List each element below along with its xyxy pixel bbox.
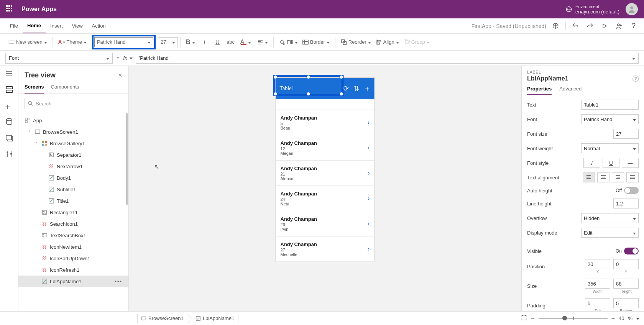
tab-screens[interactable]: Screens <box>25 84 44 94</box>
align-justify-button[interactable] <box>626 172 639 182</box>
group-button[interactable]: Group <box>404 39 430 45</box>
list-item[interactable]: Andy Champan26Irvin› <box>276 211 375 236</box>
list-item[interactable]: Andy Champan12Megan› <box>276 135 375 161</box>
list-item[interactable]: Andy Champan21Alonso› <box>276 161 375 186</box>
underline-button[interactable]: U <box>214 39 221 46</box>
zoom-out-icon[interactable]: − <box>531 315 534 322</box>
bold-button[interactable]: B <box>186 39 195 46</box>
list-item[interactable]: Andy Champan5Beau› <box>276 110 375 135</box>
sort-icon[interactable]: ⇅ <box>353 84 359 93</box>
chevron-right-icon[interactable]: › <box>368 144 370 152</box>
tree-item[interactable]: IconSortUpDown1 <box>18 253 128 264</box>
tab-properties[interactable]: Properties <box>527 86 552 95</box>
prop-overflow-input[interactable]: Hidden <box>581 213 639 223</box>
theme-button[interactable]: Aa Theme <box>58 39 87 45</box>
zoom-dropdown[interactable] <box>636 315 639 321</box>
chevron-right-icon[interactable]: › <box>368 220 370 228</box>
share-icon[interactable] <box>614 21 624 31</box>
align-right-button[interactable] <box>612 172 624 182</box>
italic-button[interactable]: I <box>201 39 208 46</box>
menu-action[interactable]: Action <box>87 18 110 33</box>
app-checker-icon[interactable] <box>551 21 561 31</box>
list-item[interactable]: Andy Champan27Mechelle› <box>276 236 375 262</box>
tree-item[interactable]: Rectangle11 <box>18 207 128 218</box>
prop-lineheight-input[interactable]: 1.2 <box>613 199 639 208</box>
tree-item[interactable]: LblAppName1••• <box>18 276 128 287</box>
insert-icon[interactable]: + <box>5 102 13 110</box>
underline-toggle[interactable]: U <box>603 158 619 168</box>
visible-toggle[interactable] <box>624 248 639 254</box>
redo-icon[interactable] <box>585 21 595 31</box>
phone-search-box[interactable] <box>276 99 375 110</box>
prop-displaymode-input[interactable]: Edit <box>581 228 639 238</box>
prop-fontweight-input[interactable]: Normal <box>581 143 639 153</box>
border-button[interactable]: Border <box>302 39 330 45</box>
font-size-selector[interactable]: 27 <box>158 37 178 47</box>
formula-input[interactable]: 'Patrick Hand' <box>136 53 639 64</box>
play-icon[interactable] <box>600 21 610 31</box>
scrollbar-thumb[interactable] <box>126 113 128 205</box>
environment-selector[interactable]: Environment enayu.com (default) <box>565 4 619 15</box>
new-screen-button[interactable]: New screen <box>8 39 47 45</box>
help-icon[interactable]: ? <box>629 21 639 31</box>
close-tree-icon[interactable]: ✕ <box>118 72 122 78</box>
tree-item[interactable]: IconRefresh1 <box>18 264 128 276</box>
zoom-in-icon[interactable]: + <box>611 315 615 322</box>
menu-home[interactable]: Home <box>23 18 46 33</box>
more-icon[interactable]: ••• <box>115 279 122 284</box>
strike-toggle[interactable]: — <box>622 158 639 168</box>
prop-text-input[interactable]: Table1 <box>581 100 639 110</box>
tab-components[interactable]: Components <box>51 84 79 94</box>
undo-icon[interactable] <box>570 21 580 31</box>
app-launcher-icon[interactable] <box>6 5 14 13</box>
tree-item[interactable]: Subtitle1 <box>18 184 128 195</box>
text-align-button[interactable] <box>257 39 268 45</box>
pos-y-input[interactable]: 0 <box>613 259 639 269</box>
canvas[interactable]: ↖ Table1 ⟳ ⇅ ＋ Andy Champan5Beau›Andy Ch… <box>129 66 521 311</box>
chevron-right-icon[interactable]: › <box>368 194 370 202</box>
hamburger-icon[interactable] <box>5 70 13 77</box>
tree-item[interactable]: NextArrow1 <box>18 161 128 172</box>
add-icon[interactable]: ＋ <box>364 84 371 93</box>
align-left-button[interactable] <box>583 172 595 182</box>
tree-item[interactable]: Separator1 <box>18 149 128 161</box>
phone-header[interactable]: Table1 ⟳ ⇅ ＋ <box>276 78 375 99</box>
tree-item[interactable]: ˅BrowseGallery1 <box>18 138 128 149</box>
help-icon[interactable]: ? <box>632 76 639 82</box>
menu-file[interactable]: File <box>5 18 23 33</box>
prop-fontsize-input[interactable]: 27 <box>613 129 639 139</box>
chevron-right-icon[interactable]: › <box>368 118 370 126</box>
fx-dropdown[interactable] <box>130 56 133 60</box>
autoheight-toggle[interactable] <box>624 187 639 194</box>
list-item[interactable]: Andy Champan24Neta› <box>276 186 375 211</box>
refresh-icon[interactable]: ⟳ <box>343 84 349 93</box>
reorder-button[interactable]: Reorder <box>341 39 371 45</box>
tree-item[interactable]: SearchIcon1 <box>18 218 128 230</box>
breadcrumb-control[interactable]: LblAppName1 <box>192 314 238 323</box>
expand-canvas-icon[interactable] <box>521 315 527 322</box>
tab-advanced[interactable]: Advanced <box>559 86 582 95</box>
breadcrumb-screen[interactable]: BrowseScreen1 <box>137 314 188 323</box>
font-color-button[interactable]: A <box>240 39 251 46</box>
italic-toggle[interactable]: I <box>583 158 600 168</box>
tree-view-icon[interactable] <box>5 86 13 94</box>
font-selector[interactable]: Patrick Hand <box>94 37 153 47</box>
tree-item[interactable]: ˅BrowseScreen1 <box>18 126 128 138</box>
chevron-icon[interactable]: ˅ <box>35 141 39 146</box>
app-name-label[interactable]: Table1 <box>280 85 294 92</box>
tools-icon[interactable] <box>5 150 13 158</box>
align-center-button[interactable] <box>597 172 610 182</box>
tree-item[interactable]: TextSearchBox1 <box>18 230 128 241</box>
tree-search-input[interactable]: Search <box>25 98 122 109</box>
pad-bottom-input[interactable]: 5 <box>613 298 639 308</box>
zoom-slider[interactable] <box>539 318 608 319</box>
align-button[interactable]: Align <box>376 39 399 45</box>
chevron-right-icon[interactable]: › <box>368 245 370 253</box>
height-input[interactable]: 88 <box>613 279 639 289</box>
chevron-icon[interactable]: ˅ <box>28 130 32 134</box>
menu-insert[interactable]: Insert <box>46 18 67 33</box>
tree-item[interactable]: Title1 <box>18 195 128 207</box>
chevron-right-icon[interactable]: › <box>368 169 370 177</box>
data-icon[interactable] <box>5 118 13 126</box>
tree-item[interactable]: Body1 <box>18 172 128 184</box>
